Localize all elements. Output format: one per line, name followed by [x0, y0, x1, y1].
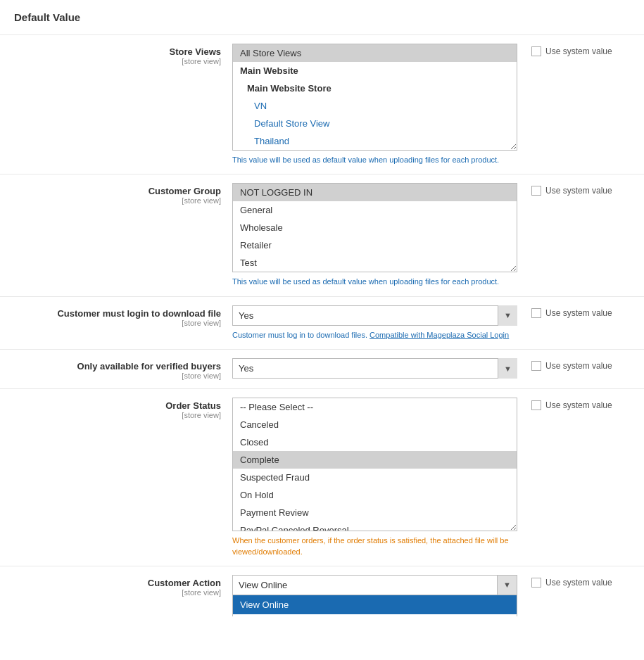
store-views-item-main-website[interactable]: Main Website: [233, 62, 517, 80]
store-views-label: Store Views: [14, 46, 221, 57]
order-status-label-col: Order Status [store view]: [14, 398, 232, 419]
customer-group-sublabel: [store view]: [14, 196, 221, 205]
page-title: Default Value: [0, 11, 644, 34]
customer-action-system-checkbox[interactable]: [531, 578, 541, 588]
customer-action-row: Customer Action [store view] View Online…: [0, 566, 644, 605]
store-views-item-main-website-store[interactable]: Main Website Store: [233, 80, 517, 97]
order-status-item-please-select[interactable]: -- Please Select --: [233, 398, 517, 416]
store-views-item-default-store-view[interactable]: Default Store View: [233, 115, 517, 132]
verified-buyers-system-label: Use system value: [545, 361, 612, 371]
verified-buyers-input-col: Yes No ▼: [232, 358, 517, 379]
customer-action-label-col: Customer Action [store view]: [14, 575, 232, 597]
customer-group-item-test[interactable]: Test: [233, 254, 517, 272]
customer-login-label-col: Customer must login to download file [st…: [14, 305, 232, 327]
store-views-system-label: Use system value: [545, 46, 612, 56]
customer-login-hint-link[interactable]: Compatible with Mageplaza Social Login: [370, 331, 509, 339]
order-status-sublabel: [store view]: [14, 411, 221, 419]
customer-action-option-download[interactable]: Download: [233, 614, 517, 616]
verified-buyers-sublabel: [store view]: [14, 372, 221, 380]
customer-action-options: View Online Download: [232, 595, 517, 616]
store-views-listbox[interactable]: All Store Views Main Website Main Websit…: [232, 44, 517, 151]
customer-login-system-label: Use system value: [545, 308, 612, 318]
order-status-row: Order Status [store view] -- Please Sele…: [0, 388, 644, 566]
verified-buyers-row: Only available for verified buyers [stor…: [0, 349, 644, 388]
store-views-row: Store Views [store view] All Store Views…: [0, 34, 644, 174]
verified-buyers-label: Only available for verified buyers: [14, 361, 221, 372]
customer-action-selected-value: View Online: [239, 580, 287, 590]
order-status-item-complete[interactable]: Complete: [233, 451, 517, 469]
verified-buyers-system-col: Use system value: [517, 358, 630, 371]
store-views-system-col: Use system value: [517, 44, 630, 56]
customer-login-system-col: Use system value: [517, 305, 630, 318]
customer-action-input-col: View Online ▼ View Online Download: [232, 575, 517, 595]
customer-login-input-col: Yes No ▼ Customer must log in to downloa…: [232, 305, 517, 341]
customer-login-hint: Customer must log in to download files. …: [232, 330, 517, 341]
customer-action-label: Customer Action: [14, 578, 221, 588]
order-status-listbox[interactable]: -- Please Select -- Canceled Closed Comp…: [232, 398, 517, 531]
order-status-item-on-hold[interactable]: On Hold: [233, 486, 517, 504]
order-status-system-col: Use system value: [517, 398, 630, 410]
store-views-item-all[interactable]: All Store Views: [233, 44, 517, 62]
verified-buyers-select-wrap: Yes No ▼: [232, 358, 517, 379]
order-status-input-col: -- Please Select -- Canceled Closed Comp…: [232, 398, 517, 557]
order-status-item-paypal-canceled[interactable]: PayPal Canceled Reversal: [233, 521, 517, 531]
customer-action-option-view-online[interactable]: View Online: [233, 595, 517, 614]
order-status-system-checkbox[interactable]: [531, 400, 541, 410]
default-value-section: Default Value Store Views [store view] A…: [0, 11, 644, 605]
store-views-item-vn[interactable]: VN: [233, 97, 517, 115]
customer-group-input-col: NOT LOGGED IN General Wholesale Retailer…: [232, 183, 517, 287]
customer-group-item-wholesale[interactable]: Wholesale: [233, 219, 517, 236]
store-views-input-col: All Store Views Main Website Main Websit…: [232, 44, 517, 165]
customer-group-item-general[interactable]: General: [233, 201, 517, 219]
store-views-hint: This value will be used as default value…: [232, 155, 517, 165]
customer-group-listbox[interactable]: NOT LOGGED IN General Wholesale Retailer…: [232, 183, 517, 272]
customer-group-item-not-logged-in[interactable]: NOT LOGGED IN: [233, 184, 517, 201]
customer-login-sublabel: [store view]: [14, 319, 221, 327]
store-views-sublabel: [store view]: [14, 57, 221, 65]
customer-login-system-checkbox[interactable]: [531, 308, 541, 318]
customer-group-label-col: Customer Group [store view]: [14, 183, 232, 205]
customer-group-system-checkbox[interactable]: [531, 186, 541, 196]
customer-action-selected[interactable]: View Online ▼: [232, 575, 517, 595]
order-status-hint: When the customer orders, if the order s…: [232, 535, 517, 557]
customer-action-system-label: Use system value: [545, 578, 612, 588]
verified-buyers-label-col: Only available for verified buyers [stor…: [14, 358, 232, 380]
customer-action-sublabel: [store view]: [14, 588, 221, 597]
customer-login-label: Customer must login to download file: [14, 308, 221, 319]
customer-login-hint-plain: Customer must log in to download files.: [232, 331, 367, 339]
customer-group-item-retailer[interactable]: Retailer: [233, 236, 517, 254]
customer-group-hint: This value will be used as default value…: [232, 277, 517, 287]
order-status-system-label: Use system value: [545, 400, 612, 410]
verified-buyers-select[interactable]: Yes No: [232, 358, 517, 379]
customer-action-dropdown[interactable]: View Online ▼ View Online Download: [232, 575, 517, 595]
order-status-item-closed[interactable]: Closed: [233, 433, 517, 451]
customer-group-system-col: Use system value: [517, 183, 630, 196]
customer-login-row: Customer must login to download file [st…: [0, 296, 644, 349]
store-views-item-thailand[interactable]: Thailand: [233, 132, 517, 150]
order-status-item-canceled[interactable]: Canceled: [233, 416, 517, 433]
customer-group-row: Customer Group [store view] NOT LOGGED I…: [0, 174, 644, 296]
order-status-item-suspected-fraud[interactable]: Suspected Fraud: [233, 469, 517, 486]
store-views-label-col: Store Views [store view]: [14, 44, 232, 65]
customer-action-arrow[interactable]: ▼: [497, 576, 517, 595]
customer-group-system-label: Use system value: [545, 186, 612, 196]
verified-buyers-system-checkbox[interactable]: [531, 361, 541, 371]
customer-login-select[interactable]: Yes No: [232, 305, 517, 326]
customer-group-label: Customer Group: [14, 186, 221, 196]
customer-login-select-wrap: Yes No ▼: [232, 305, 517, 326]
customer-action-system-col: Use system value: [517, 575, 630, 588]
order-status-item-payment-review[interactable]: Payment Review: [233, 504, 517, 521]
order-status-label: Order Status: [14, 400, 221, 411]
store-views-system-checkbox[interactable]: [531, 46, 541, 56]
